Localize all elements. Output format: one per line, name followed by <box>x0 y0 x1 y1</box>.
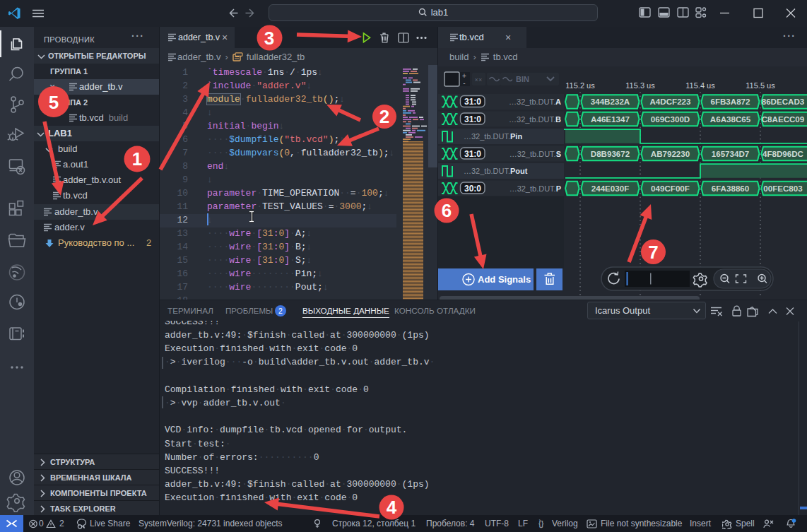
svg-text:5: 5 <box>49 92 59 113</box>
svg-text:6: 6 <box>442 200 452 221</box>
svg-text:3: 3 <box>264 28 274 49</box>
svg-text:7: 7 <box>648 242 658 263</box>
svg-text:1: 1 <box>132 148 142 170</box>
svg-text:4: 4 <box>387 497 397 518</box>
svg-text:2: 2 <box>379 106 389 127</box>
